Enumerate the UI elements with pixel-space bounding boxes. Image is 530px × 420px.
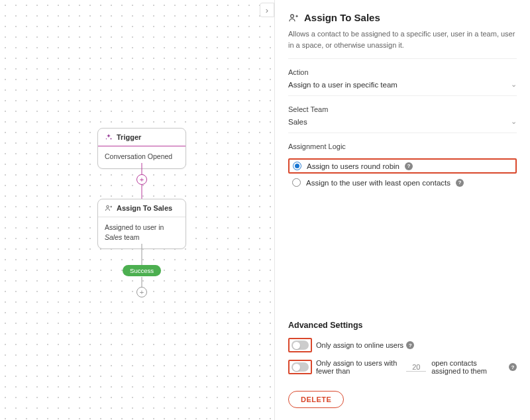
team-label: Select Team (288, 105, 517, 113)
help-icon[interactable]: ? (509, 363, 517, 371)
fewer-than-input[interactable] (406, 363, 426, 372)
action-label: Action (288, 68, 517, 76)
radio-icon (292, 178, 301, 187)
radio-least-open[interactable]: Assign to the user with least open conta… (288, 176, 517, 189)
svg-point-1 (291, 15, 294, 18)
logic-label: Assignment Logic (288, 142, 517, 150)
workflow-canvas[interactable]: › Trigger Conversation Opened + Assign T… (0, 0, 274, 420)
properties-panel: Assign To Sales Allows a contact to be a… (274, 0, 530, 420)
node-assign-title: Assign To Sales (117, 204, 172, 212)
toggle-fewer-contacts-row: Only assign to users with fewer than ope… (288, 359, 517, 375)
chevron-right-icon: › (266, 5, 268, 15)
toggle-online-users-row: Only assign to online users ? (288, 338, 517, 352)
node-assign[interactable]: Assign To Sales Assigned to user in Sale… (97, 199, 186, 249)
radio-round-robin[interactable]: Assign to users round robin ? (288, 158, 517, 174)
node-trigger-title: Trigger (117, 133, 141, 141)
toggle-fewer-contacts[interactable] (292, 362, 309, 372)
toggle-online-users[interactable] (292, 341, 309, 350)
panel-description: Allows a contact to be assigned to a spe… (288, 28, 517, 59)
success-badge: Success (123, 265, 161, 276)
add-step-button[interactable]: + (136, 287, 147, 297)
collapse-panel-button[interactable]: › (260, 3, 274, 17)
delete-button[interactable]: DELETE (288, 391, 344, 408)
assign-user-icon (288, 13, 299, 23)
connector-line (142, 277, 142, 288)
help-icon[interactable]: ? (405, 162, 413, 170)
help-icon[interactable]: ? (406, 341, 414, 349)
connector-line (142, 244, 142, 265)
team-select[interactable]: Sales ⌄ (288, 117, 517, 133)
chevron-down-icon: ⌄ (511, 117, 517, 126)
add-step-button[interactable]: + (136, 174, 147, 185)
advanced-settings-title: Advanced Settings (288, 321, 517, 330)
help-icon[interactable]: ? (456, 179, 464, 187)
action-select[interactable]: Assign to a user in specific team ⌄ (288, 80, 517, 96)
connector-line (142, 185, 142, 199)
svg-point-0 (107, 205, 109, 208)
sparkle-icon (105, 133, 113, 141)
assign-user-icon (105, 204, 113, 212)
panel-title: Assign To Sales (288, 12, 517, 23)
chevron-down-icon: ⌄ (511, 80, 517, 89)
radio-icon (293, 162, 301, 170)
